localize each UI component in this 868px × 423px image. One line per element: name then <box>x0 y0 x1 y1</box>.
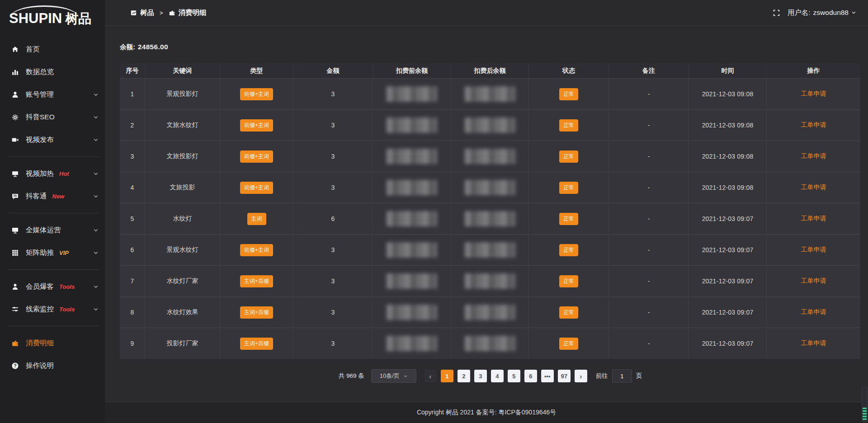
work-order-link[interactable]: 工单申请 <box>801 308 826 316</box>
cell-remark: - <box>609 266 689 296</box>
cell-type: 前缀+主词 <box>220 79 293 109</box>
cell-balance-before <box>373 110 451 141</box>
member-icon <box>11 282 19 291</box>
cell-balance-before <box>373 235 451 265</box>
chevron-down-icon <box>93 114 99 120</box>
work-order-link[interactable]: 工单申请 <box>801 152 826 160</box>
work-order-link[interactable]: 工单申请 <box>801 215 826 223</box>
sidebar-item-account-management[interactable]: 账号管理 <box>0 83 105 106</box>
sidebar-item-video-publish[interactable]: 视频发布 <box>0 128 105 151</box>
sidebar-item-badge: Hot <box>59 170 69 177</box>
cell-balance-before <box>373 141 451 172</box>
cell-type: 主词 <box>220 203 293 234</box>
work-order-link[interactable]: 工单申请 <box>801 121 826 129</box>
work-order-link[interactable]: 工单申请 <box>801 183 826 192</box>
page-button-4[interactable]: 4 <box>491 370 504 382</box>
page-button-6[interactable]: 6 <box>524 370 537 382</box>
sidebar-item-video-heat[interactable]: 视频加热 Hot <box>0 162 105 185</box>
work-order-link[interactable]: 工单申请 <box>801 90 826 98</box>
cell-status: 正常 <box>529 328 609 359</box>
table-row: 7 水纹灯厂家 主词+后缀 3 正常 - 2021-12-03 09:07 工单… <box>120 265 860 296</box>
app-window: SHUPIN树品 首页 数据总览 账号管理 抖音SEO 视频发布 视频 <box>0 0 868 423</box>
cell-index: 5 <box>120 203 145 234</box>
column-header: 关键词 <box>145 63 220 78</box>
page-button-97[interactable]: 97 <box>558 370 571 382</box>
cell-keyword: 水纹灯 <box>145 203 220 234</box>
sidebar-item-data-overview[interactable]: 数据总览 <box>0 61 105 83</box>
cell-balance-before <box>373 203 451 234</box>
work-order-link[interactable]: 工单申请 <box>801 246 826 254</box>
sidebar-item-label: 首页 <box>26 45 40 54</box>
sidebar-item-consume-detail[interactable]: 消费明细 <box>0 332 105 354</box>
sidebar: SHUPIN树品 首页 数据总览 账号管理 抖音SEO 视频发布 视频 <box>0 0 105 423</box>
cell-balance-after <box>451 203 529 234</box>
work-order-link[interactable]: 工单申请 <box>801 339 826 348</box>
home-icon <box>11 45 19 53</box>
cell-type: 前缀+主词 <box>220 110 293 141</box>
column-header: 状态 <box>529 63 609 78</box>
sidebar-item-douketong[interactable]: 抖客通 New <box>0 185 105 207</box>
table-header-row: 序号关键词类型金额扣费前余额扣费后余额状态备注时间操作 <box>120 63 860 78</box>
work-order-link[interactable]: 工单申请 <box>801 277 826 285</box>
cell-status: 正常 <box>529 203 609 234</box>
cell-index: 3 <box>120 141 145 172</box>
fullscreen-icon[interactable] <box>773 9 780 17</box>
status-badge: 正常 <box>559 119 578 132</box>
page-size-select[interactable]: 10条/页 <box>371 369 416 383</box>
sidebar-item-omni-media[interactable]: 全媒体运营 <box>0 219 105 241</box>
masked-balance <box>465 86 515 102</box>
column-header: 时间 <box>689 63 767 78</box>
sidebar-item-lead-monitor[interactable]: 线索监控 Tools <box>0 298 105 320</box>
cell-index: 8 <box>120 297 145 328</box>
breadcrumb: 树品>消费明细 <box>130 8 207 18</box>
page-button-3[interactable]: 3 <box>474 370 487 382</box>
scrollbar-thumb[interactable] <box>863 408 867 420</box>
sidebar-item-douyin-seo[interactable]: 抖音SEO <box>0 106 105 128</box>
cell-type: 主词+后缀 <box>220 266 293 296</box>
scrollbar[interactable] <box>862 387 868 422</box>
chart-icon <box>11 68 19 76</box>
cell-remark: - <box>609 328 689 359</box>
cell-balance-after <box>451 172 529 203</box>
cell-remark: - <box>609 235 689 265</box>
page-button-5[interactable]: 5 <box>508 370 520 382</box>
sidebar-item-operation-guide[interactable]: ? 操作说明 <box>0 354 105 377</box>
cell-time: 2021-12-03 09:07 <box>689 203 767 234</box>
menu-divider <box>8 213 99 213</box>
next-page-button[interactable]: › <box>575 370 587 382</box>
cell-action: 工单申请 <box>767 235 860 265</box>
breadcrumb-item[interactable]: 树品 <box>130 8 154 18</box>
cell-keyword: 景观水纹灯 <box>145 235 220 265</box>
type-badge: 前缀+主词 <box>240 150 273 163</box>
topbar: 树品>消费明细 用户名: zswodun88 <box>105 0 868 26</box>
cell-type: 主词+后缀 <box>220 297 293 328</box>
type-badge: 前缀+主词 <box>240 244 273 256</box>
cell-amount: 3 <box>293 110 373 141</box>
page-button-2[interactable]: 2 <box>458 370 470 382</box>
prev-page-button[interactable]: ‹ <box>424 370 437 382</box>
comment-icon <box>11 192 19 200</box>
breadcrumb-item[interactable]: 消费明细 <box>169 8 207 18</box>
page-button-1[interactable]: 1 <box>441 370 453 382</box>
cell-keyword: 投影灯厂家 <box>145 328 220 359</box>
sidebar-item-badge: New <box>52 193 65 200</box>
user-dropdown[interactable]: 用户名: zswodun88 <box>788 8 856 18</box>
cell-status: 正常 <box>529 235 609 265</box>
balance-label: 余额: <box>120 43 135 51</box>
masked-balance <box>387 180 437 195</box>
table-row: 2 文旅水纹灯 前缀+主词 3 正常 - 2021-12-03 09:08 工单… <box>120 109 860 141</box>
sidebar-item-home[interactable]: 首页 <box>0 38 105 61</box>
sidebar-item-member-burst[interactable]: 会员爆客 Tools <box>0 275 105 298</box>
sidebar-item-matrix-boost[interactable]: 矩阵助推 VIP <box>0 241 105 264</box>
table-row: 4 文旅投影 前缀+主词 3 正常 - 2021-12-03 09:08 工单申… <box>120 172 860 203</box>
page-ellipsis-button[interactable]: ••• <box>541 370 554 382</box>
sidebar-item-label: 视频加热 <box>26 169 54 179</box>
goto-page-input[interactable] <box>612 369 632 383</box>
sidebar-item-badge: Tools <box>59 283 75 290</box>
cell-remark: - <box>609 79 689 109</box>
cell-time: 2021-12-03 09:08 <box>689 172 767 203</box>
cell-status: 正常 <box>529 172 609 203</box>
cell-type: 前缀+主词 <box>220 141 293 172</box>
table-row: 9 投影灯厂家 主词+后缀 3 正常 - 2021-12-03 09:07 工单… <box>120 328 860 359</box>
masked-balance <box>465 336 515 351</box>
